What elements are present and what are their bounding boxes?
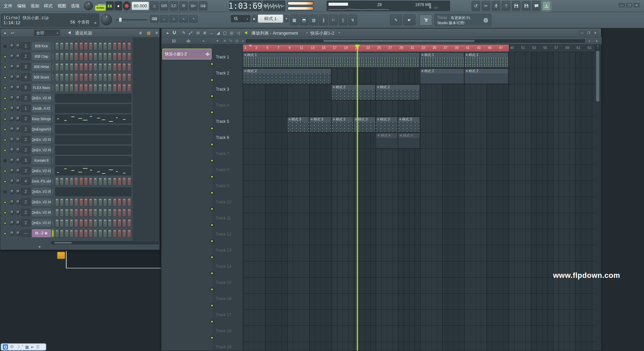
step-cell[interactable]: [127, 219, 131, 227]
pan-knob[interactable]: [9, 54, 14, 59]
select-tool-icon[interactable]: ▢: [222, 30, 228, 36]
channel-mute-led[interactable]: [3, 190, 7, 194]
step-cell[interactable]: [74, 219, 78, 227]
step-cell[interactable]: [79, 219, 83, 227]
channel-number-box[interactable]: 2: [21, 167, 31, 174]
track-lock-icon[interactable]: ⊖: [234, 38, 240, 44]
step-cell[interactable]: [84, 63, 88, 71]
track-trigger-led[interactable]: [210, 110, 214, 114]
pattern-clip[interactable]: ≡ 样式 3: [287, 117, 309, 132]
volume-knob[interactable]: [15, 74, 20, 80]
playlist-titlebar[interactable]: ▸ ✎ ⊘ ⊗ ↔ ◢ ▢ ◎ ◁ 播放列表 - Arrangement ▸ 快…: [161, 29, 601, 37]
step-cell[interactable]: [113, 73, 117, 82]
ime-wrench-icon[interactable]: ⚿: [36, 345, 39, 349]
track-trigger-led[interactable]: [210, 143, 214, 146]
step-cell[interactable]: [79, 42, 83, 50]
step-cell[interactable]: [74, 208, 78, 217]
pattern-clip[interactable]: ≡ 样式 2: [464, 68, 508, 84]
step-cell[interactable]: [74, 177, 78, 186]
volume-knob[interactable]: [15, 137, 20, 142]
channel-number-box[interactable]: 5: [21, 84, 31, 91]
pattern-clip[interactable]: ≡ 样式 3: [309, 117, 331, 132]
step-cell[interactable]: [55, 229, 59, 238]
channel-number-box[interactable]: ---: [21, 230, 31, 237]
step-cell[interactable]: [108, 73, 112, 82]
step-cell[interactable]: [60, 63, 64, 71]
graph-editor-icon[interactable]: ılıl: [137, 30, 143, 36]
track-name[interactable]: Track 18: [216, 329, 231, 333]
blend-notes-button[interactable]: Θ: [179, 1, 188, 10]
piano-view-icon[interactable]: Ш: [171, 38, 177, 44]
scroll-up-icon[interactable]: ⌃: [595, 45, 600, 50]
channel-name-button[interactable]: QinEn..V3 #8: [32, 94, 51, 102]
step-edit-button[interactable]: →: [160, 15, 168, 22]
channel-rack-titlebar[interactable]: ▸ ↩ 全部 ▸ 通道机架 ılıl ▦ ✕: [0, 29, 159, 37]
channel-select-bar[interactable]: [52, 199, 54, 206]
step-cell[interactable]: [117, 229, 121, 238]
channel-name-button[interactable]: QinEn..V3 #4: [32, 198, 51, 206]
pan-knob[interactable]: [9, 210, 14, 215]
play-icon[interactable]: ▸: [165, 30, 171, 36]
step-cell[interactable]: [117, 52, 121, 61]
step-cell[interactable]: [65, 219, 69, 227]
channel-name-button[interactable]: QinEn..V3 #5: [32, 188, 51, 196]
pan-knob[interactable]: [9, 189, 14, 194]
channel-number-box[interactable]: 2: [21, 209, 31, 216]
channel-empty-area[interactable]: [55, 104, 132, 113]
track-name[interactable]: Track 11: [216, 216, 231, 220]
step-cell[interactable]: [98, 73, 102, 82]
step-cell[interactable]: [69, 84, 73, 92]
step-cell[interactable]: [113, 208, 117, 217]
channel-select-bar[interactable]: [52, 53, 54, 60]
save-button[interactable]: [512, 1, 521, 11]
track-name[interactable]: Track 13: [216, 248, 231, 253]
step-cell[interactable]: [93, 52, 97, 61]
menu-item-5[interactable]: 选项: [68, 0, 82, 12]
mixer-button[interactable]: ∥: [319, 14, 328, 26]
step-cell[interactable]: [69, 73, 73, 82]
step-cell[interactable]: [103, 52, 107, 61]
plugin-button[interactable]: ↯: [348, 14, 357, 26]
channel-select-bar[interactable]: [52, 178, 54, 185]
pan-knob[interactable]: [9, 106, 14, 111]
pan-knob[interactable]: [9, 231, 14, 236]
track-trigger-led[interactable]: [210, 175, 214, 179]
track-name[interactable]: Track 8: [216, 167, 229, 172]
start-marker-icon[interactable]: [249, 45, 252, 47]
slip-tool-icon[interactable]: ↔: [208, 30, 214, 36]
step-cell[interactable]: [65, 42, 69, 50]
step-cell[interactable]: [108, 42, 112, 50]
step-cell[interactable]: [98, 63, 102, 71]
channel-name-button[interactable]: 808 HiHat: [32, 63, 51, 71]
playback-tool-icon[interactable]: ◁: [235, 30, 241, 36]
channel-name-button[interactable]: 808 Clap: [32, 52, 51, 60]
channel-number-box[interactable]: 2: [21, 146, 31, 154]
playlist-vertical-scrollbar[interactable]: ⌃: [595, 45, 600, 351]
pan-knob[interactable]: [9, 220, 14, 225]
step-cell[interactable]: [74, 52, 78, 61]
playlist-hscroll-thumb[interactable]: [324, 40, 475, 42]
track-edit-icon[interactable]: ✎: [228, 38, 234, 44]
volume-knob[interactable]: [15, 64, 20, 69]
channel-select-bar[interactable]: [52, 95, 54, 102]
app-restore-button[interactable]: ❐: [626, 3, 632, 7]
channel-select-bar[interactable]: [52, 43, 54, 50]
step-cell[interactable]: [103, 229, 107, 238]
channel-mute-led[interactable]: [3, 232, 7, 235]
track-name[interactable]: Track 7: [216, 151, 229, 156]
channel-name-button[interactable]: Easy Strings: [32, 115, 51, 123]
metronome-button[interactable]: △: [150, 1, 159, 10]
track-name[interactable]: Track 4: [216, 103, 229, 108]
step-cell[interactable]: [55, 63, 59, 71]
channel-number-box[interactable]: 3: [21, 157, 31, 164]
step-cell[interactable]: [84, 73, 88, 82]
pan-knob[interactable]: [9, 147, 14, 153]
pattern-clip[interactable]: ≡ 样式 3: [332, 117, 353, 132]
picker-panel-button[interactable]: ▦: [290, 14, 299, 26]
channel-mute-led[interactable]: [3, 159, 7, 162]
track-name[interactable]: Track 10: [216, 200, 231, 204]
pan-knob[interactable]: [9, 158, 14, 163]
step-cell[interactable]: [122, 198, 126, 206]
step-cell[interactable]: [69, 219, 73, 227]
step-cell[interactable]: [108, 219, 112, 227]
